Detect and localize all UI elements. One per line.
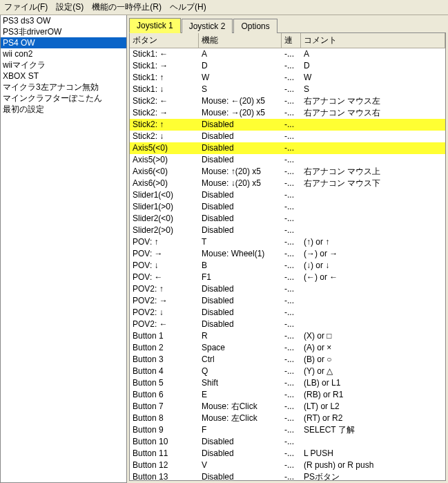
table-row[interactable]: Button 5Shift-...(LB) or L1 xyxy=(130,377,445,389)
cell-comment: (B) or ○ xyxy=(301,354,445,366)
menu-pause[interactable]: 機能の一時停止(R) xyxy=(92,1,162,13)
table-row[interactable]: Stick2: ←Mouse: ←(20) x5-...右アナコン マウス左 xyxy=(130,95,445,107)
tab[interactable]: Joystick 2 xyxy=(182,19,233,33)
table-row[interactable]: Stick2: ↓Disabled-... xyxy=(130,131,445,142)
table-row[interactable]: Button 1R-...(X) or □ xyxy=(130,330,445,342)
tab[interactable]: Options xyxy=(233,19,277,33)
cell-comment: (A) or × xyxy=(301,342,445,354)
cell-button: Stick1: ↑ xyxy=(130,72,199,84)
sidebar-item[interactable]: XBOX ST xyxy=(1,70,126,82)
table-row[interactable]: Axis5(>0)Disabled-... xyxy=(130,154,445,166)
table-row[interactable]: Slider2(<0)Disabled-... xyxy=(130,213,445,225)
cell-ren: -... xyxy=(282,166,301,178)
col-comment-header[interactable]: コメント xyxy=(301,33,445,48)
cell-function: Mouse: Wheel(1) xyxy=(199,248,282,260)
table-row[interactable]: POV: ↓B-...(↓) or ↓ xyxy=(130,260,445,272)
cell-button: Stick2: ↑ xyxy=(130,119,199,131)
cell-button: POV: → xyxy=(130,248,199,260)
profile-list[interactable]: PS3 ds3 OWPS3非driverOWPS4 OWwii con2wiiマ… xyxy=(0,15,127,483)
cell-button: Button 9 xyxy=(130,424,199,436)
table-row[interactable]: Button 9F-...SELECT 了解 xyxy=(130,424,445,436)
sidebar-item[interactable]: マインクラフターぽこたん xyxy=(1,93,126,104)
table-row[interactable]: Stick1: ↑W-...W xyxy=(130,72,445,84)
table-body[interactable]: Stick1: ←A-...AStick1: →D-...DStick1: ↑W… xyxy=(130,48,445,480)
table-row[interactable]: POV2: →Disabled-... xyxy=(130,295,445,307)
table-row[interactable]: POV: →Mouse: Wheel(1)-...(→) or → xyxy=(130,248,445,260)
cell-ren: -... xyxy=(282,377,301,389)
sidebar-item[interactable]: PS3 ds3 OW xyxy=(1,15,126,26)
cell-comment: D xyxy=(301,60,445,72)
sidebar-item[interactable]: 最初の設定 xyxy=(1,104,126,115)
table-row[interactable]: POV: ↑T-...(↑) or ↑ xyxy=(130,236,445,248)
table-row[interactable]: Stick1: →D-...D xyxy=(130,60,445,72)
table-row[interactable]: Slider1(<0)Disabled-... xyxy=(130,189,445,201)
cell-function: D xyxy=(199,60,282,72)
col-button-header[interactable]: ボタン xyxy=(130,33,199,48)
menu-file[interactable]: ファイル(F) xyxy=(4,1,48,13)
cell-button: Stick1: ↓ xyxy=(130,84,199,95)
table-row[interactable]: Axis5(<0)Disabled-... xyxy=(130,142,445,154)
sidebar-item[interactable]: wiiマイクラ xyxy=(1,59,126,70)
table-row[interactable]: Axis6(<0)Mouse: ↑(20) x5-...右アナコン マウス上 xyxy=(130,166,445,178)
menu-settings[interactable]: 設定(S) xyxy=(56,1,84,13)
cell-comment: PSボタン xyxy=(301,471,445,480)
table-row[interactable]: Slider1(>0)Disabled-... xyxy=(130,201,445,213)
cell-button: Button 11 xyxy=(130,448,199,460)
cell-comment: A xyxy=(301,48,445,60)
table-row[interactable]: Stick2: →Mouse: →(20) x5-...右アナコン マウス右 xyxy=(130,107,445,119)
table-row[interactable]: Stick2: ↑Disabled-... xyxy=(130,119,445,131)
cell-ren: -... xyxy=(282,436,301,448)
sidebar-item[interactable]: wii con2 xyxy=(1,48,126,59)
cell-button: Axis5(<0) xyxy=(130,142,199,154)
cell-ren: -... xyxy=(282,342,301,354)
menu-help[interactable]: ヘルプ(H) xyxy=(170,1,206,13)
sidebar-item[interactable]: PS3非driverOW xyxy=(1,26,126,37)
table-row[interactable]: Slider2(>0)Disabled-... xyxy=(130,225,445,236)
table-row[interactable]: POV2: ↓Disabled-... xyxy=(130,307,445,319)
cell-function: V xyxy=(199,460,282,471)
cell-ren: -... xyxy=(282,189,301,201)
sidebar-item[interactable]: マイクラ3左アナコン無効 xyxy=(1,82,126,93)
table-row[interactable]: Button 4Q-...(Y) or △ xyxy=(130,366,445,377)
sidebar-item[interactable]: PS4 OW xyxy=(1,37,126,48)
cell-function: Ctrl xyxy=(199,354,282,366)
cell-function: Disabled xyxy=(199,119,282,131)
cell-function: Disabled xyxy=(199,201,282,213)
table-row[interactable]: Button 7Mouse: 右Click-...(LT) or L2 xyxy=(130,401,445,413)
cell-button: Button 4 xyxy=(130,366,199,377)
tab[interactable]: Joystick 1 xyxy=(129,18,181,33)
table-row[interactable]: POV2: ←Disabled-... xyxy=(130,319,445,330)
cell-button: Button 10 xyxy=(130,436,199,448)
table-row[interactable]: Button 12V-...(R push) or R push xyxy=(130,460,445,471)
cell-comment: (LT) or L2 xyxy=(301,401,445,413)
cell-function: T xyxy=(199,236,282,248)
table-row[interactable]: Axis6(>0)Mouse: ↓(20) x5-...右アナコン マウス下 xyxy=(130,178,445,189)
cell-button: Button 13 xyxy=(130,471,199,480)
cell-ren: -... xyxy=(282,319,301,330)
cell-ren: -... xyxy=(282,154,301,166)
cell-comment: (R push) or R push xyxy=(301,460,445,471)
cell-ren: -... xyxy=(282,213,301,225)
table-row[interactable]: POV2: ↑Disabled-... xyxy=(130,283,445,295)
table-row[interactable]: Stick1: ↓S-...S xyxy=(130,84,445,95)
table-row[interactable]: Button 11Disabled-...L PUSH xyxy=(130,448,445,460)
table-row[interactable]: Button 13Disabled-...PSボタン xyxy=(130,471,445,480)
cell-button: Button 7 xyxy=(130,401,199,413)
cell-ren: -... xyxy=(282,131,301,142)
cell-ren: -... xyxy=(282,413,301,424)
cell-comment xyxy=(301,189,445,201)
table-row[interactable]: Stick1: ←A-...A xyxy=(130,48,445,60)
col-function-header[interactable]: 機能 xyxy=(199,33,282,48)
cell-function: Disabled xyxy=(199,225,282,236)
cell-ren: -... xyxy=(282,48,301,60)
table-row[interactable]: Button 10Disabled-... xyxy=(130,436,445,448)
table-row[interactable]: Button 8Mouse: 左Click-...(RT) or R2 xyxy=(130,413,445,424)
col-ren-header[interactable]: 連 xyxy=(282,33,301,48)
cell-button: Button 1 xyxy=(130,330,199,342)
cell-button: Button 6 xyxy=(130,389,199,401)
cell-ren: -... xyxy=(282,119,301,131)
table-row[interactable]: Button 6E-...(RB) or R1 xyxy=(130,389,445,401)
table-row[interactable]: Button 2Space-...(A) or × xyxy=(130,342,445,354)
table-row[interactable]: Button 3Ctrl-...(B) or ○ xyxy=(130,354,445,366)
table-row[interactable]: POV: ←F1-...(←) or ← xyxy=(130,272,445,283)
